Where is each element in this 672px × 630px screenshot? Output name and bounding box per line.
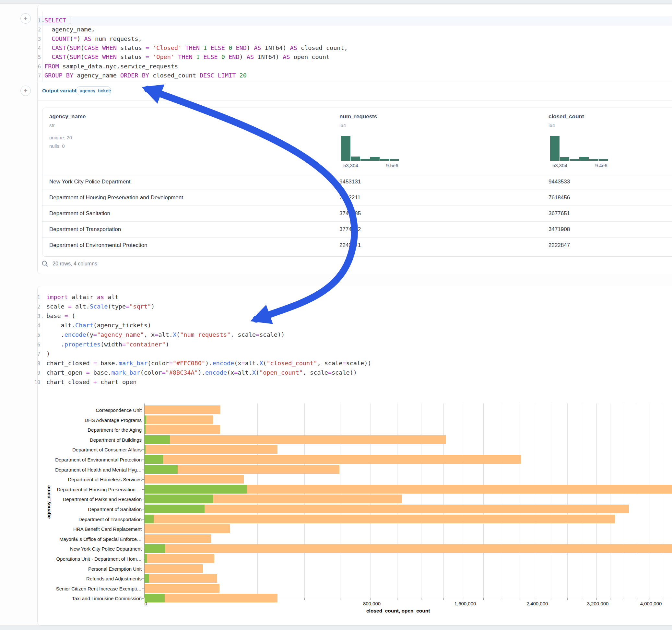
histogram-bar [390,159,399,161]
line-number: 5 [32,332,40,338]
code-text: import altair as alt [46,294,119,300]
table-cell: 3774892 [339,226,361,233]
line-number: 1 [32,18,41,24]
table-cell: 3749485 [339,210,361,217]
code-line: 4 alt.Chart(agency_tickets) [37,321,672,331]
table-cell: 9453131 [339,178,361,185]
table-cell: 3471908 [549,226,570,233]
column-type: str [49,122,55,128]
code-line: 5 CAST(SUM(CASE WHEN status = 'Open' THE… [37,53,672,62]
table-cell: Department of Sanitation [49,210,110,217]
histogram-min-label: 53,304 [552,163,567,168]
code-text: base = ( [46,312,75,319]
code-line: 6 .properties(width="container") [37,340,672,350]
column-unique-count: unique: 20 [49,135,72,140]
histogram-bar [560,157,569,161]
code-line: 6FROM sample_data.nyc.service_requests [37,62,672,72]
table-cell: 2240041 [339,242,361,248]
code-line: 7) [37,350,672,359]
search-icon[interactable] [42,260,49,267]
table-cell: 7782211 [339,194,360,201]
column-header[interactable]: num_requests [339,114,377,120]
bottom-strip [0,626,672,630]
collapse-chevron-icon[interactable]: ⌄ [41,314,44,319]
histogram-bar [579,157,589,161]
histogram-bar [370,157,380,161]
code-text: chart_open = base.mark_bar(color="#8BC34… [46,369,357,376]
code-line: 7GROUP BY agency_name ORDER BY closed_co… [37,71,672,81]
column-header[interactable]: agency_name [49,114,86,120]
add-cell-button-top[interactable]: + [20,13,31,24]
code-text: chart_closed = base.mark_bar(color="#FFC… [46,360,371,366]
line-number: 3 [32,36,41,42]
code-text: chart_closed + chart_open [46,379,137,385]
code-text: scale = alt.Scale(type="sqrt") [46,303,154,310]
code-text: ) [46,350,50,357]
line-number: 6 [32,342,40,348]
collapse-chevron-icon[interactable]: ⌄ [42,19,44,23]
code-text: CAST(SUM(CASE WHEN status = 'Closed' THE… [44,44,348,51]
code-line: 1⌄SELECT [37,16,672,26]
line-number: 5 [32,54,41,60]
table-row[interactable]: Department of Transportation377489234719… [43,221,672,238]
histogram-bar [380,159,389,161]
line-number: 2 [32,304,40,310]
table-row-count: 20 rows, 4 columns [52,261,97,267]
line-number: 10 [32,380,40,385]
code-line: 9chart_open = base.mark_bar(color="#8BC3… [37,368,672,378]
code-text: GROUP BY agency_name ORDER BY closed_cou… [44,72,247,79]
code-line: 3 COUNT(*) AS num_requests, [37,35,672,44]
table-cell: Department of Transportation [49,226,121,233]
top-strip [0,0,672,4]
notebook-page: + + 1⌄SELECT 2 agency_name,3 COUNT(*) AS… [0,0,672,630]
table-cell: 3677651 [549,210,570,217]
histogram-bar [351,156,360,161]
line-number: 7 [32,351,40,357]
line-number: 8 [32,361,40,366]
code-text: FROM sample_data.nyc.service_requests [44,63,178,70]
code-line: 3⌄base = ( [37,312,672,321]
histogram-min-label: 53,304 [343,163,358,168]
code-text: SELECT [44,17,70,24]
table-cell: New York City Police Department [49,178,130,185]
code-text: .properties(width="container") [46,341,169,348]
table-cell: 2222847 [549,242,570,248]
histogram-bar [550,136,559,161]
column-histogram [550,136,608,161]
code-text: agency_name, [44,26,95,33]
histogram-bar [341,136,351,161]
table-row[interactable]: Department of Sanitation37494853677651 [43,205,672,222]
code-line: 2 agency_name, [37,25,672,35]
code-line: 1import altair as alt [37,293,672,302]
line-number: 4 [32,323,40,329]
histogram-bar [570,159,579,161]
add-cell-button-middle[interactable]: + [20,86,31,96]
table-cell: Department of Environmental Protection [49,242,147,248]
line-number: 2 [32,27,41,33]
code-line: 10chart_closed + chart_open [37,378,672,387]
code-line: 2scale = alt.Scale(type="sqrt") [37,302,672,312]
histogram-max-label: 9.5e6 [386,163,399,168]
table-cell: Department of Housing Preservation and D… [49,194,183,201]
line-number: 3 [32,313,40,319]
table-row[interactable]: Department of Housing Preservation and D… [43,190,672,206]
table-cell: 7618456 [549,194,570,201]
column-null-count: nulls: 0 [49,143,65,149]
text-cursor [70,17,70,24]
output-variable-label: Output variable: [42,88,81,94]
column-header[interactable]: closed_count [549,114,584,120]
output-variable-pill[interactable]: agency_tickets [76,86,111,95]
table-row[interactable]: Department of Environmental Protection22… [43,237,672,253]
line-number: 4 [32,45,41,51]
line-number: 6 [32,64,41,70]
line-number: 9 [32,370,40,376]
column-type: i64 [549,122,555,128]
code-text: .encode(y="agency_name", x=alt.X("num_re… [46,331,285,338]
table-cell: 9443533 [549,178,570,185]
column-histogram [341,136,399,161]
line-number: 7 [32,73,41,79]
output-variable-bar: Output variable: agency_tickets [37,82,672,100]
table-row[interactable]: New York City Police Department945313194… [43,174,672,190]
histogram-max-label: 9.4e6 [595,163,607,168]
code-line: 5 .encode(y="agency_name", x=alt.X("num_… [37,331,672,340]
